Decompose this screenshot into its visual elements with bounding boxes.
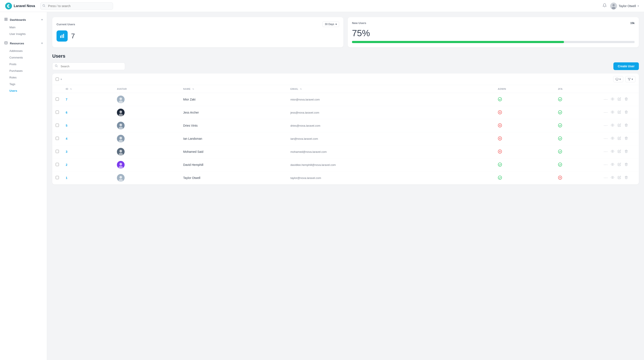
- col-name[interactable]: Name ⇅: [180, 85, 287, 93]
- notifications-button[interactable]: [602, 3, 607, 9]
- cell-id-6[interactable]: 6: [62, 106, 114, 119]
- row-view-button-5[interactable]: [610, 123, 615, 128]
- row-view-button-2[interactable]: [610, 162, 615, 167]
- create-user-button[interactable]: Create User: [614, 62, 639, 70]
- col-id[interactable]: ID ⇅: [62, 85, 114, 93]
- row-actions-2: ···: [604, 162, 636, 167]
- table-search: [52, 63, 125, 70]
- cell-id-5[interactable]: 5: [62, 119, 114, 132]
- user-menu[interactable]: Taylor Otwell ▾: [610, 3, 639, 10]
- row-checkbox-3[interactable]: [56, 150, 59, 153]
- col-id-label: ID: [66, 88, 68, 90]
- row-actions-7: ···: [604, 97, 636, 102]
- row-more-button-4[interactable]: ···: [604, 137, 608, 141]
- users-tbody: 7 Mior Zaki mior@nova.laravel.com ···: [52, 93, 639, 184]
- table-search-input[interactable]: [52, 63, 125, 70]
- sidebar-item-purchases[interactable]: Purchases: [0, 68, 47, 74]
- select-all-wrap: ▾: [56, 78, 62, 81]
- row-checkbox-5[interactable]: [56, 124, 59, 127]
- row-view-button-1[interactable]: [610, 175, 615, 180]
- row-view-button-6[interactable]: [610, 110, 615, 115]
- row-edit-button-1[interactable]: [617, 175, 622, 180]
- sidebar-item-comments[interactable]: Comments: [0, 54, 47, 61]
- cell-id-1[interactable]: 1: [62, 171, 114, 184]
- row-edit-button-4[interactable]: [617, 136, 622, 141]
- row-checkbox-4[interactable]: [56, 137, 59, 140]
- table-row: 4 Ian Landsman ian@nova.laravel.com ···: [52, 132, 639, 145]
- row-more-button-5[interactable]: ···: [604, 124, 608, 128]
- cell-admin-3: [494, 145, 554, 158]
- row-edit-button-2[interactable]: [617, 162, 622, 167]
- sidebar-item-user-insights[interactable]: User Insights: [0, 31, 47, 37]
- row-delete-button-3[interactable]: [624, 149, 628, 154]
- sidebar-item-posts[interactable]: Posts: [0, 61, 47, 68]
- row-edit-button-5[interactable]: [617, 123, 622, 128]
- cell-2fa-7: [554, 93, 600, 106]
- row-delete-button-6[interactable]: [624, 110, 628, 115]
- svg-rect-12: [63, 34, 64, 38]
- svg-point-32: [118, 140, 123, 143]
- row-delete-button-5[interactable]: [624, 123, 628, 128]
- svg-point-25: [612, 112, 613, 113]
- col-email[interactable]: Email ⇅: [287, 85, 494, 93]
- row-edit-button-3[interactable]: [617, 149, 622, 154]
- sidebar-item-users[interactable]: Users: [0, 87, 47, 94]
- sidebar-item-main[interactable]: Main: [0, 24, 47, 31]
- cell-id-7[interactable]: 7: [62, 93, 114, 106]
- row-delete-button-7[interactable]: [624, 97, 628, 102]
- sidebar-dashboards-header[interactable]: Dashboards ▾: [0, 16, 47, 24]
- col-admin: Admin: [494, 85, 554, 93]
- current-users-title: Current Users: [56, 23, 75, 26]
- cell-2fa-3: [554, 145, 600, 158]
- row-view-button-4[interactable]: [610, 136, 615, 141]
- col-2fa-label: 2FA: [558, 88, 563, 90]
- cell-id-3[interactable]: 3: [62, 145, 114, 158]
- sidebar-item-roles[interactable]: Roles: [0, 74, 47, 81]
- svg-point-9: [5, 41, 7, 42]
- sidebar-resources-header[interactable]: Resources ▾: [0, 39, 47, 48]
- row-edit-button-6[interactable]: [617, 110, 622, 115]
- row-checkbox-7[interactable]: [56, 98, 59, 101]
- cell-id-2[interactable]: 2: [62, 158, 114, 171]
- svg-point-39: [558, 150, 562, 153]
- cell-admin-1: [494, 171, 554, 184]
- row-delete-button-1[interactable]: [624, 175, 628, 180]
- user-name: Taylor Otwell: [619, 4, 636, 8]
- sidebar-item-tags[interactable]: Tags: [0, 81, 47, 87]
- row-checkbox-6[interactable]: [56, 111, 59, 114]
- row-more-button-2[interactable]: ···: [604, 163, 608, 167]
- select-all-checkbox[interactable]: [56, 78, 59, 81]
- table-row: 7 Mior Zaki mior@nova.laravel.com ···: [52, 93, 639, 106]
- select-chevron[interactable]: ▾: [60, 78, 62, 81]
- row-more-button-1[interactable]: ···: [604, 176, 608, 180]
- svg-point-26: [120, 124, 122, 126]
- row-more-button-3[interactable]: ···: [604, 150, 608, 154]
- cell-name-3: Mohamed Said: [180, 145, 287, 158]
- search-input[interactable]: [40, 2, 113, 10]
- row-delete-button-2[interactable]: [624, 162, 628, 167]
- sidebar-item-addresses[interactable]: Addresses: [0, 48, 47, 54]
- lens-chevron: ▾: [620, 78, 621, 81]
- row-delete-button-4[interactable]: [624, 136, 628, 141]
- row-view-button-7[interactable]: [610, 97, 615, 102]
- logo[interactable]: Laravel Nova: [5, 3, 35, 10]
- chart-icon-box: [56, 31, 68, 42]
- row-checkbox-2[interactable]: [56, 163, 59, 166]
- filter-button[interactable]: ▾: [625, 76, 636, 82]
- row-more-button-7[interactable]: ···: [604, 98, 608, 101]
- row-checkbox-1[interactable]: [56, 176, 59, 179]
- row-edit-button-7[interactable]: [617, 97, 622, 102]
- lens-button[interactable]: ▾: [613, 76, 623, 82]
- svg-point-21: [120, 111, 122, 113]
- row-more-button-6[interactable]: ···: [604, 111, 608, 114]
- period-selector[interactable]: 30 Days ▾: [322, 22, 339, 27]
- svg-point-30: [612, 125, 613, 126]
- svg-rect-14: [616, 78, 618, 80]
- global-search[interactable]: [40, 2, 113, 10]
- svg-point-27: [118, 127, 123, 129]
- row-view-button-3[interactable]: [610, 149, 615, 154]
- sidebar-section-resources: Resources ▾ Addresses Comments Posts Pur…: [0, 39, 47, 94]
- cell-id-4[interactable]: 4: [62, 132, 114, 145]
- cell-2fa-4: [554, 132, 600, 145]
- svg-point-29: [558, 123, 562, 127]
